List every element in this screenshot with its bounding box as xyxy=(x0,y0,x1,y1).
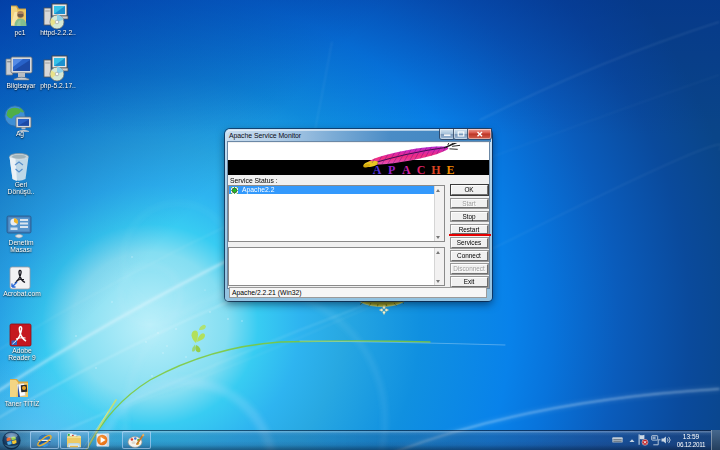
svg-text:A: A xyxy=(402,163,411,175)
svg-text:E: E xyxy=(446,163,454,175)
svg-text:C: C xyxy=(417,163,426,175)
svg-text:P: P xyxy=(388,163,395,175)
svg-text:A: A xyxy=(373,163,382,175)
svg-text:H: H xyxy=(431,163,441,175)
